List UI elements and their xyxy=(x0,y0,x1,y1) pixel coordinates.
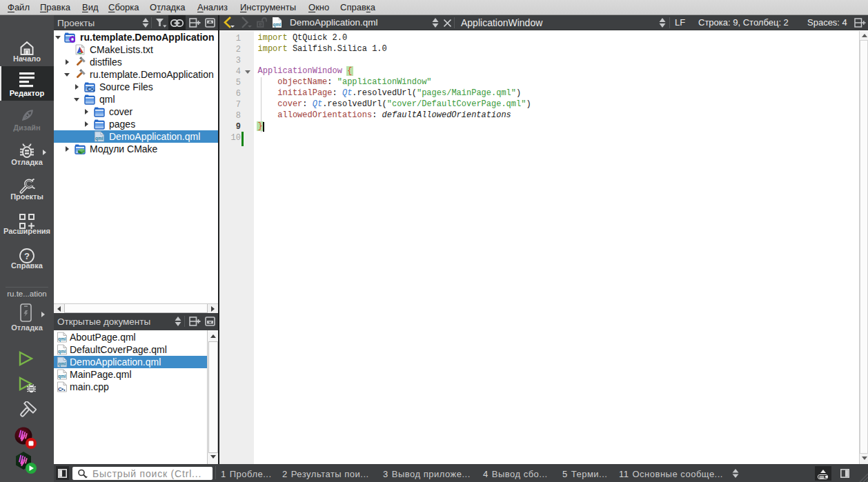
svg-text:qml: qml xyxy=(58,361,66,367)
svg-text:qml: qml xyxy=(58,349,66,354)
svg-text:C: C xyxy=(87,85,92,92)
svg-text:qml: qml xyxy=(58,337,66,342)
svg-text:qml: qml xyxy=(58,374,66,379)
svg-text:qml: qml xyxy=(95,136,103,141)
svg-text:?: ? xyxy=(24,251,30,261)
svg-text:C: C xyxy=(58,386,62,392)
svg-text:qml: qml xyxy=(273,22,282,28)
